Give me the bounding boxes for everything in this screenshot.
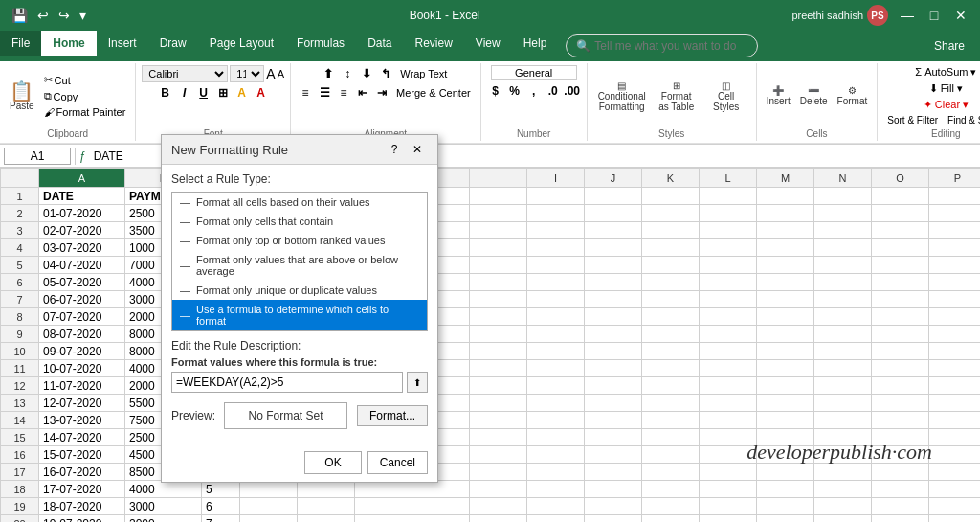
format-as-table-button[interactable]: ⊞ Format as Table (653, 79, 701, 114)
cell-empty-18-6[interactable] (585, 481, 642, 498)
cell-empty-16-11[interactable] (872, 446, 929, 464)
cell-empty-9-4[interactable] (470, 326, 527, 343)
col-header-P[interactable]: P (929, 169, 981, 188)
cell-empty-3-8[interactable] (700, 222, 757, 239)
cell-empty-18-1[interactable] (298, 481, 355, 498)
cell-empty-20-6[interactable] (585, 515, 642, 523)
share-button[interactable]: Share (923, 31, 976, 61)
cell-A14[interactable]: 13-07-2020 (39, 412, 125, 429)
cell-empty-14-9[interactable] (757, 412, 814, 429)
cell-empty-18-0[interactable] (240, 481, 298, 498)
rule-item-4[interactable]: Format only unique or duplicate values (172, 281, 427, 300)
col-header-O[interactable]: O (872, 169, 929, 188)
cell-empty-8-5[interactable] (527, 308, 585, 326)
merge-center-button[interactable]: Merge & Center (392, 86, 475, 100)
cell-empty-1-11[interactable] (872, 188, 929, 205)
cell-empty-8-4[interactable] (470, 308, 527, 326)
cell-empty-9-11[interactable] (872, 326, 929, 343)
cell-empty-1-4[interactable] (470, 188, 527, 205)
cell-empty-19-11[interactable] (872, 498, 929, 515)
cell-empty-19-7[interactable] (642, 498, 700, 515)
cell-B20[interactable]: 2000 (125, 515, 202, 523)
tab-file[interactable]: File (0, 31, 41, 56)
cell-empty-14-12[interactable] (929, 412, 981, 429)
copy-button[interactable]: ⧉ Copy (40, 89, 130, 103)
font-family-select[interactable]: Calibri (142, 65, 228, 82)
cell-empty-5-12[interactable] (929, 257, 981, 274)
cell-empty-2-6[interactable] (585, 205, 642, 222)
cell-empty-14-6[interactable] (585, 412, 642, 429)
fill-button[interactable]: ⬇ Fill ▾ (925, 81, 967, 96)
name-box[interactable] (4, 148, 71, 165)
undo-icon[interactable]: ↩ (33, 6, 53, 25)
col-header-I[interactable]: I (527, 169, 585, 188)
align-left-button[interactable]: ≡ (297, 84, 314, 102)
cell-empty-9-9[interactable] (757, 326, 814, 343)
increase-font-icon[interactable]: A (266, 66, 275, 81)
cell-empty-11-12[interactable] (929, 360, 981, 377)
cell-empty-3-9[interactable] (757, 222, 814, 239)
cell-empty-20-5[interactable] (527, 515, 585, 523)
paste-button[interactable]: 📋 Paste (6, 79, 38, 113)
cell-empty-13-12[interactable] (929, 395, 981, 412)
cell-empty-3-7[interactable] (642, 222, 700, 239)
cell-empty-3-5[interactable] (527, 222, 585, 239)
text-direction-button[interactable]: ↰ (377, 65, 394, 82)
cell-empty-8-12[interactable] (929, 308, 981, 326)
cell-empty-2-7[interactable] (642, 205, 700, 222)
cell-empty-20-12[interactable] (929, 515, 981, 523)
rule-item-0[interactable]: Format all cells based on their values (172, 193, 427, 212)
rule-item-5[interactable]: Use a formula to determine which cells t… (172, 300, 427, 330)
cell-A9[interactable]: 08-07-2020 (39, 326, 125, 343)
sort-filter-button[interactable]: Sort & Filter (883, 114, 942, 126)
cell-empty-17-7[interactable] (642, 464, 700, 481)
cell-empty-8-9[interactable] (757, 308, 814, 326)
cell-empty-19-12[interactable] (929, 498, 981, 515)
cell-empty-4-6[interactable] (585, 239, 642, 257)
percent-button[interactable]: % (506, 82, 523, 100)
insert-cells-button[interactable]: ➕ Insert (763, 83, 794, 108)
cell-empty-14-7[interactable] (642, 412, 700, 429)
cell-empty-10-4[interactable] (470, 343, 527, 360)
cell-A8[interactable]: 07-07-2020 (39, 308, 125, 326)
cell-empty-5-7[interactable] (642, 257, 700, 274)
cell-empty-1-5[interactable] (527, 188, 585, 205)
cell-empty-17-11[interactable] (872, 464, 929, 481)
format-cells-button[interactable]: ⚙ Format (834, 83, 872, 108)
cell-empty-2-11[interactable] (872, 205, 929, 222)
close-button[interactable]: ✕ (949, 4, 972, 27)
cell-empty-16-9[interactable] (757, 446, 814, 464)
cell-B19[interactable]: 3000 (125, 498, 202, 515)
cell-empty-12-11[interactable] (872, 377, 929, 395)
tab-formulas[interactable]: Formulas (285, 31, 356, 56)
align-middle-button[interactable]: ↕ (339, 65, 356, 82)
cell-empty-7-11[interactable] (872, 291, 929, 308)
col-header-J[interactable]: J (585, 169, 642, 188)
cell-empty-3-11[interactable] (872, 222, 929, 239)
cell-empty-12-10[interactable] (814, 377, 872, 395)
cell-empty-7-5[interactable] (527, 291, 585, 308)
cell-empty-11-11[interactable] (872, 360, 929, 377)
quick-access-more[interactable]: ▾ (76, 6, 90, 25)
cell-A18[interactable]: 17-07-2020 (39, 481, 125, 498)
cell-empty-15-12[interactable] (929, 429, 981, 446)
col-header-M[interactable]: M (757, 169, 814, 188)
cell-empty-10-10[interactable] (814, 343, 872, 360)
cell-empty-13-4[interactable] (470, 395, 527, 412)
cell-empty-19-3[interactable] (412, 498, 470, 515)
dialog-close-button[interactable]: ✕ (407, 141, 428, 158)
cell-empty-4-5[interactable] (527, 239, 585, 257)
cell-empty-17-9[interactable] (757, 464, 814, 481)
cell-empty-10-11[interactable] (872, 343, 929, 360)
cell-empty-7-8[interactable] (700, 291, 757, 308)
cell-empty-18-4[interactable] (470, 481, 527, 498)
cell-empty-7-6[interactable] (585, 291, 642, 308)
comma-button[interactable]: , (525, 82, 543, 100)
dialog-help-button[interactable]: ? (384, 141, 405, 158)
cell-empty-4-12[interactable] (929, 239, 981, 257)
cell-empty-14-8[interactable] (700, 412, 757, 429)
cell-A13[interactable]: 12-07-2020 (39, 395, 125, 412)
cell-A2[interactable]: 01-07-2020 (39, 205, 125, 222)
cell-empty-19-5[interactable] (527, 498, 585, 515)
cell-empty-13-6[interactable] (585, 395, 642, 412)
